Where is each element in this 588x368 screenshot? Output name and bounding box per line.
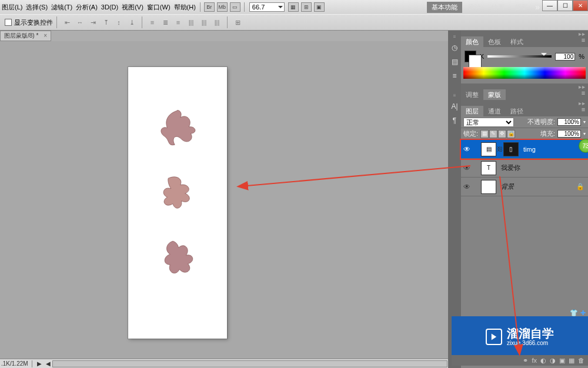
link-layers-icon[interactable]: ⚭	[523, 357, 528, 364]
layer-name[interactable]: 我爱你	[497, 163, 520, 172]
layer-thumb[interactable]: ▤	[481, 142, 496, 156]
lock-all-icon[interactable]: 🔒	[507, 130, 515, 138]
lock-transparent-icon[interactable]: ▦	[480, 130, 489, 138]
history-panel-icon[interactable]: ◷	[450, 44, 459, 53]
workspace-tab-painting[interactable]: 绘画	[487, 2, 509, 13]
menu-select[interactable]: 选择(S)	[24, 3, 49, 12]
distribute-right-icon[interactable]: |||	[212, 17, 222, 28]
arrange-docs-icon[interactable]: ⊞	[301, 2, 312, 12]
align-hcenter-icon[interactable]: ↔	[75, 17, 85, 28]
workspace-switcher[interactable]: 基本功能 设计 绘画 摄影 »	[427, 0, 541, 14]
menu-3d[interactable]: 3D(D)	[99, 4, 120, 11]
distribute-bottom-icon[interactable]: ≡	[173, 17, 183, 28]
visibility-toggle-icon[interactable]: 👁	[461, 164, 473, 172]
layer-group-icon[interactable]: ▣	[559, 357, 565, 364]
bridge-icon[interactable]: Br	[204, 2, 215, 12]
blend-mode-select[interactable]: 正常	[463, 118, 514, 127]
window-minimize-button[interactable]: —	[542, 0, 557, 11]
k-value-input[interactable]: 100	[555, 53, 575, 61]
tab-masks[interactable]: 蒙版	[483, 89, 506, 100]
tab-channels[interactable]: 通道	[483, 106, 506, 116]
layer-row-background[interactable]: 👁 背景 🔒	[461, 178, 588, 196]
text-layer-thumb[interactable]: T	[481, 161, 496, 175]
color-panel-menu-icon[interactable]: ≡	[579, 36, 588, 47]
visibility-toggle-icon[interactable]: 👁	[461, 183, 473, 191]
window-maximize-button[interactable]: ☐	[557, 0, 573, 11]
layers-panel-header[interactable]: ▸▸	[461, 100, 588, 106]
document-tab[interactable]: 图层蒙版/8) * ×	[0, 31, 51, 41]
menu-view[interactable]: 视图(V)	[120, 3, 145, 12]
adjust-panel-header[interactable]: ▸▸	[461, 83, 588, 89]
document-tab-close-icon[interactable]: ×	[44, 32, 47, 39]
canvas-area[interactable]	[0, 41, 448, 359]
tab-paths[interactable]: 路径	[506, 106, 528, 116]
fill-input[interactable]: 100%	[557, 130, 581, 138]
auto-align-icon[interactable]: ⊞	[232, 17, 243, 28]
window-close-button[interactable]: ✕	[573, 0, 588, 11]
align-right-icon[interactable]: ⇥	[88, 17, 98, 28]
workspace-more-icon[interactable]: »	[534, 2, 541, 12]
puzzle-icon[interactable]: ✚	[580, 309, 586, 317]
distribute-left-icon[interactable]: |||	[186, 17, 196, 28]
menu-help[interactable]: 帮助(H)	[172, 3, 198, 12]
status-menu-icon[interactable]: ▶	[35, 360, 44, 367]
actions-panel-icon[interactable]: ▤	[450, 58, 459, 67]
menu-analysis[interactable]: 分析(A)	[74, 3, 99, 12]
color-spectrum[interactable]	[463, 67, 586, 79]
align-top-icon[interactable]: ⤒	[101, 17, 111, 28]
align-vcenter-icon[interactable]: ↕	[113, 17, 124, 28]
menu-window[interactable]: 窗口(W)	[145, 3, 172, 12]
distribute-top-icon[interactable]: ≡	[147, 17, 158, 28]
workspace-tab-design[interactable]: 设计	[463, 2, 486, 13]
dock-handle-2[interactable]: ≡	[448, 93, 461, 98]
view-extras-icon[interactable]: ▦	[288, 2, 299, 12]
zoom-select[interactable]: 66.7	[249, 2, 285, 12]
shirt-icon[interactable]: 👕	[570, 309, 578, 317]
layer-mask-thumb[interactable]: ▯	[503, 142, 519, 156]
lock-position-icon[interactable]: ✥	[498, 130, 506, 138]
bg-layer-thumb[interactable]	[481, 180, 496, 194]
layer-name[interactable]: timg	[520, 146, 536, 153]
color-panel-header[interactable]: ▸▸	[461, 31, 588, 36]
layers-panel-menu-icon[interactable]: ≡	[579, 106, 588, 116]
hscroll-left-button[interactable]: ◀	[44, 360, 52, 367]
opacity-dropdown-icon[interactable]: ▾	[583, 119, 586, 125]
screen-layout-icon[interactable]: ▣	[314, 2, 325, 12]
tab-layers[interactable]: 图层	[461, 106, 483, 116]
opacity-input[interactable]: 100%	[557, 118, 581, 126]
tab-swatches[interactable]: 色板	[483, 36, 506, 47]
paragraph-panel-icon[interactable]: ¶	[450, 116, 459, 126]
tab-adjustments[interactable]: 调整	[461, 89, 483, 100]
mask-link-icon[interactable]: ⛓	[497, 142, 502, 156]
lock-paint-icon[interactable]: ✎	[489, 130, 497, 138]
layer-row-text[interactable]: 👁 T 我爱你	[461, 159, 588, 178]
workspace-tab-photography[interactable]: 摄影	[510, 2, 533, 13]
new-layer-icon[interactable]: ▦	[569, 357, 574, 364]
adjustment-layer-icon[interactable]: ◑	[550, 357, 556, 364]
menu-layer[interactable]: 图层(L)	[0, 3, 24, 12]
minibridge-icon[interactable]: Mb	[217, 2, 228, 12]
show-transform-checkbox[interactable]	[5, 19, 12, 26]
dock-handle[interactable]: ≡	[448, 34, 461, 39]
layer-row-timg[interactable]: 👁 ▤ ⛓ ▯ timg	[461, 140, 588, 159]
foreground-background-swatch[interactable]	[465, 51, 476, 62]
hscroll-track[interactable]	[52, 360, 447, 367]
distribute-hcenter-icon[interactable]: |||	[199, 17, 209, 28]
align-bottom-icon[interactable]: ⤓	[126, 17, 137, 28]
k-slider[interactable]	[487, 55, 552, 58]
align-left-icon[interactable]: ⇤	[62, 17, 72, 28]
character-panel-icon[interactable]: A|	[450, 102, 459, 112]
menu-filter[interactable]: 滤镜(T)	[49, 3, 74, 12]
fill-dropdown-icon[interactable]: ▾	[583, 131, 586, 136]
screen-mode-icon[interactable]: ▭	[230, 2, 240, 12]
layer-name[interactable]: 背景	[497, 182, 514, 191]
tab-color[interactable]: 颜色	[461, 36, 483, 47]
adjust-panel-menu-icon[interactable]: ≡	[579, 89, 588, 100]
workspace-tab-essentials[interactable]: 基本功能	[427, 2, 462, 13]
properties-panel-icon[interactable]: ≡	[450, 72, 459, 81]
layer-fx-icon[interactable]: fx	[532, 357, 537, 364]
layer-mask-icon[interactable]: ◐	[540, 357, 546, 364]
visibility-toggle-icon[interactable]: 👁	[461, 145, 473, 153]
delete-layer-icon[interactable]: 🗑	[578, 357, 584, 364]
tab-styles[interactable]: 样式	[506, 36, 528, 47]
